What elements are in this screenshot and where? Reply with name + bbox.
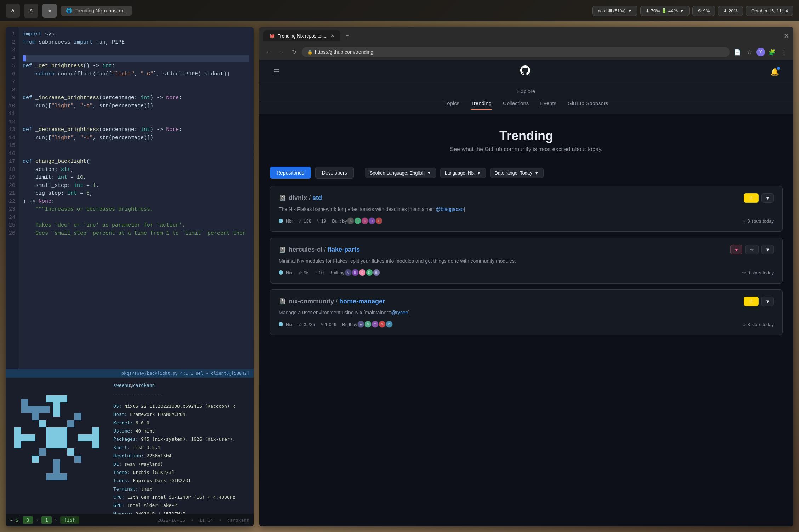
date-range-filter[interactable]: Date range: Today ▼ [490, 168, 544, 178]
profile-icon[interactable]: Y [756, 48, 765, 56]
github-logo[interactable] [520, 65, 530, 78]
svg-rect-21 [67, 420, 74, 427]
date-range-label: Date range: Today [495, 170, 532, 176]
repo-owner-1: hercules-ci [289, 246, 322, 253]
kernel-value: 6.0.0 [136, 420, 149, 425]
code-line [23, 214, 249, 222]
repo-fullname-2[interactable]: nix-community / home-manager [289, 298, 385, 305]
reader-icon[interactable]: 📄 [732, 47, 742, 57]
nochill-pill[interactable]: no chill (51%) ▼ [592, 6, 638, 16]
editor-statusbar: pkgs/sway/backlight.py 4:1 1 sel - clien… [6, 369, 254, 378]
code-line [23, 142, 249, 150]
new-tab-button[interactable]: + [342, 31, 352, 41]
code-line: small_step: int = 1, [23, 182, 249, 190]
code-line [23, 118, 249, 126]
repo-meta-2: Nix ☆ 3,285 ⑂ 1,049 Built by A B C D E ☆… [279, 321, 774, 328]
more-button-0[interactable]: ▼ [761, 193, 774, 203]
notification-bell-icon[interactable]: 🔔 [770, 68, 779, 76]
cpu-pill[interactable]: ⚙ 9% [692, 6, 715, 16]
repo-actions-2: ⭐ ▼ [744, 297, 774, 306]
extension-icon[interactable]: 🧩 [767, 47, 777, 57]
svg-rect-11 [46, 473, 53, 480]
heart-button-1[interactable]: ♥ [730, 245, 742, 254]
code-line: run(["light", "-U", str(percentage)]) [23, 134, 249, 142]
prompt-time: 11:14 [199, 517, 213, 523]
active-tab[interactable]: 🌐 Trending Nix repositor... [61, 6, 132, 16]
filter-arrow3: ▼ [534, 170, 539, 176]
avatar-2-4: E [386, 321, 393, 328]
avatar-0-0: A [347, 217, 354, 224]
nochill-arrow: ▼ [628, 8, 632, 13]
bookmark-icon[interactable]: ☆ [744, 47, 754, 57]
tab-repositories[interactable]: Repositories [270, 167, 311, 179]
star-button-2[interactable]: ⭐ [744, 297, 759, 306]
host-value: Framework FRANGACP04 [130, 412, 186, 417]
refresh-button[interactable]: ↻ [289, 47, 299, 57]
repo-fullname-1[interactable]: hercules-ci / flake-parts [289, 246, 360, 253]
svg-rect-9 [53, 459, 60, 480]
code-line [23, 78, 249, 86]
spoken-lang-filter[interactable]: Spoken Language: English ▼ [365, 168, 436, 178]
built-by-label-1: Built by [329, 270, 345, 275]
code-line: limit: int = 10, [23, 174, 249, 182]
nav-collections[interactable]: Collections [503, 100, 529, 110]
net-pill[interactable]: ⬇ 28% [718, 6, 743, 16]
os-value: NixOS 22.11.20221008.c592415 (Raccoon) x [124, 404, 235, 409]
gpu-value: Intel Alder Lake-P [127, 503, 177, 508]
prompt-symbol: $ [16, 517, 18, 523]
tab-developers[interactable]: Developers [315, 167, 354, 179]
forward-button[interactable]: → [276, 47, 286, 57]
trending-title: Trending [266, 128, 786, 143]
tab-close-icon[interactable]: ✕ [331, 33, 335, 39]
repo-meta-0: Nix ☆ 138 ⑂ 19 Built by A B C D E ☆ 3 st… [279, 217, 774, 224]
repo-name-2: home-manager [339, 298, 385, 305]
svg-rect-3 [28, 406, 50, 413]
prompt-user: carokann [227, 517, 249, 523]
prompt-left: ~ $ [10, 517, 18, 523]
url-bar[interactable]: 🔒 https://github.com/trending [302, 47, 730, 57]
battery-pill[interactable]: ⬇ 70% 🔋 44% ▼ [640, 6, 690, 16]
nav-events[interactable]: Events [540, 100, 556, 110]
prompt-separator: • [191, 517, 194, 523]
filter-bar: Repositories Developers Spoken Language:… [270, 167, 783, 179]
browser-tab-active[interactable]: 🐙 Trending Nix repositor... ✕ [264, 30, 340, 41]
code-line: return round(float(run(["light", "-G"], … [23, 70, 249, 79]
repo-owner-0: divnix [289, 194, 307, 201]
star-button-0[interactable]: ⭐ [744, 193, 759, 203]
repo-name-1: flake-parts [328, 246, 360, 253]
line-numbers: 12345 678910 1112131415 1617181920 21222… [6, 27, 18, 369]
more-menu-icon[interactable]: ⋮ [779, 47, 789, 57]
filter-arrow2: ▼ [477, 170, 481, 176]
repo-actions-1: ♥ ☆ ▼ [730, 245, 774, 254]
repo-fullname-0[interactable]: divnix / std [289, 194, 322, 202]
terminal-promptbar: ~ $ 0 › 1 › fish 2022-10-15 • 11:14 • ca… [6, 514, 254, 526]
repo-book-icon-1: 📓 [279, 246, 286, 253]
repo-book-icon-2: 📓 [279, 298, 286, 305]
left-panel: 12345 678910 1112131415 1617181920 21222… [6, 27, 254, 526]
nav-sponsors[interactable]: GitHub Sponsors [568, 100, 608, 110]
nav-topics[interactable]: Topics [444, 100, 460, 110]
code-line: from subprocess import run, PIPE [23, 39, 249, 47]
code-editor[interactable]: 12345 678910 1112131415 1617181920 21222… [6, 27, 254, 369]
avatar-1-2: C [359, 269, 366, 276]
more-button-2[interactable]: ▼ [761, 297, 774, 306]
back-button[interactable]: ← [264, 47, 273, 57]
svg-rect-10 [60, 473, 67, 480]
hamburger-icon[interactable]: ☰ [273, 68, 280, 76]
nav-icons: 📄 ☆ Y 🧩 ⋮ [732, 47, 789, 57]
nix-logo-svg [11, 392, 103, 484]
star-button-1[interactable]: ☆ [745, 245, 759, 254]
repo-name-section-1: 📓 hercules-ci / flake-parts [279, 246, 360, 253]
prompt-right: 2022-10-15 • 11:14 • carokann [157, 517, 249, 523]
window-close-button[interactable]: ✕ [784, 32, 789, 40]
tab-icon: 🌐 [66, 8, 72, 13]
workspace-s[interactable]: s [24, 4, 38, 18]
tab-title: Trending Nix repositor... [278, 33, 327, 39]
more-button-1[interactable]: ▼ [761, 245, 774, 254]
theme-value: Orchis [GTK2/3] [133, 470, 174, 475]
language-filter[interactable]: Language: Nix ▼ [440, 168, 486, 178]
workspace-dot[interactable]: ● [42, 4, 57, 18]
code-lines: 12345 678910 1112131415 1617181920 21222… [6, 27, 254, 369]
workspace-a[interactable]: a [6, 4, 20, 18]
nav-trending[interactable]: Trending [471, 100, 492, 110]
